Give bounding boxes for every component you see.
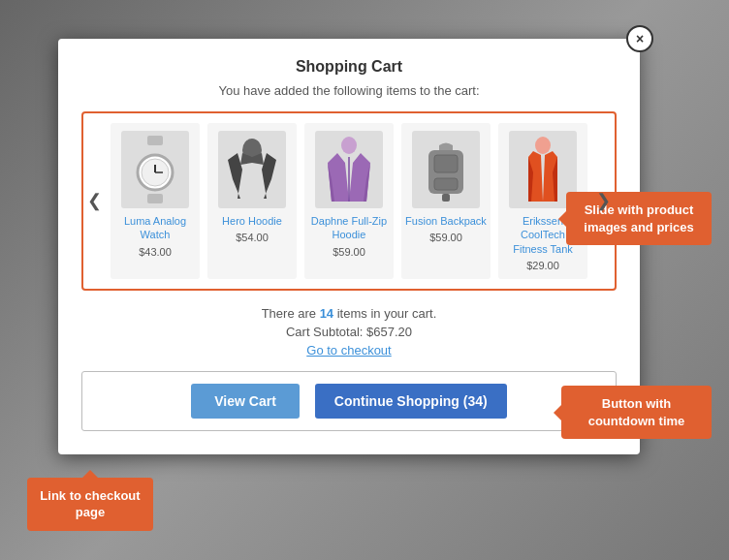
product-image — [218, 131, 286, 208]
product-price: $29.00 — [502, 260, 584, 271]
button-row: View Cart Continue Shopping (34) — [81, 371, 617, 431]
cart-subtotal: Cart Subtotal: $657.20 — [81, 325, 617, 339]
view-cart-button[interactable]: View Cart — [191, 384, 300, 419]
modal-subtitle: You have added the following items to th… — [81, 83, 617, 98]
svg-rect-12 — [442, 194, 450, 202]
product-name: Fusion Backpack — [405, 214, 487, 228]
product-item: Daphne Full-Zip Hoodie $59.00 — [304, 123, 394, 279]
product-name: Luma Analog Watch — [114, 214, 196, 242]
product-image — [121, 131, 189, 208]
svg-rect-5 — [147, 194, 163, 203]
product-image — [412, 131, 480, 208]
product-image — [315, 131, 383, 208]
cart-info: There are 14 items in your cart. — [81, 306, 617, 321]
product-item: Luma Analog Watch $43.00 — [111, 123, 200, 279]
cart-count-label: items — [337, 306, 367, 321]
product-name: Daphne Full-Zip Hoodie — [308, 214, 390, 242]
product-price: $59.00 — [308, 246, 390, 258]
modal-title: Shopping Cart — [81, 58, 617, 76]
continue-shopping-button[interactable]: Continue Shopping (34) — [315, 384, 507, 419]
cart-count: 14 — [320, 306, 333, 321]
svg-point-13 — [535, 137, 551, 154]
carousel-left-arrow[interactable]: ❮ — [87, 190, 102, 211]
carousel-right-arrow[interactable]: ❯ — [596, 190, 611, 211]
annotation-slide: Slide with product images and prices — [566, 192, 712, 245]
svg-rect-10 — [434, 155, 458, 172]
annotation-link: Link to checkout page — [27, 478, 153, 531]
product-item: Hero Hoodie $54.00 — [207, 123, 297, 279]
shopping-cart-modal: × Shopping Cart You have added the follo… — [58, 39, 640, 454]
svg-rect-0 — [147, 136, 163, 145]
product-price: $54.00 — [211, 232, 293, 243]
product-item: Fusion Backpack $59.00 — [401, 123, 491, 279]
checkout-link[interactable]: Go to checkout — [81, 343, 617, 358]
svg-rect-11 — [434, 178, 458, 190]
product-price: $59.00 — [405, 232, 487, 243]
svg-point-7 — [341, 137, 357, 154]
product-price: $43.00 — [114, 246, 196, 258]
carousel-items: Luma Analog Watch $43.00 Hero Hoodie $54… — [111, 123, 587, 279]
close-button[interactable]: × — [626, 25, 653, 52]
product-name: Hero Hoodie — [211, 214, 293, 228]
annotation-button: Button with countdown time — [561, 386, 712, 439]
product-carousel: ❮ Luma Analog Watch $43.00 — [81, 111, 617, 291]
